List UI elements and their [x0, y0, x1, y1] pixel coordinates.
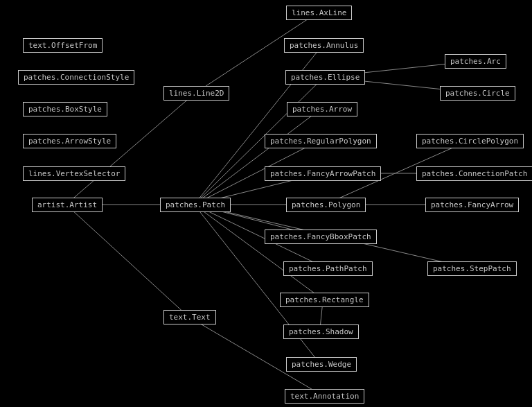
node-annotation: text.Annotation: [285, 389, 364, 404]
svg-line-18: [66, 205, 188, 317]
svg-line-20: [194, 205, 320, 364]
node-boxstyle: patches.BoxStyle: [23, 102, 107, 116]
node-shadow: patches.Shadow: [283, 324, 359, 339]
node-fancybboxpatch: patches.FancyBboxPatch: [265, 230, 377, 244]
node-circlepolygon: patches.CirclePolygon: [416, 134, 524, 148]
svg-line-17: [194, 205, 323, 300]
node-fancyarrowpatch: patches.FancyArrowPatch: [265, 166, 381, 181]
node-arrow: patches.Arrow: [287, 102, 357, 116]
node-connectionpatch: patches.ConnectionPatch: [416, 166, 532, 181]
svg-line-6: [194, 109, 321, 205]
node-annulus: patches.Annulus: [284, 38, 364, 53]
node-fancyarrow: patches.FancyArrow: [425, 198, 519, 212]
node-circle: patches.Circle: [440, 86, 515, 101]
node-polygon: patches.Polygon: [286, 198, 366, 212]
node-ellipse: patches.Ellipse: [285, 70, 365, 85]
node-offsetfrom: text.OffsetFrom: [23, 38, 103, 53]
node-arc: patches.Arc: [445, 54, 506, 69]
node-connstyle: patches.ConnectionStyle: [18, 70, 134, 85]
node-patch: patches.Patch: [160, 198, 231, 212]
node-regularpolygon: patches.RegularPolygon: [265, 134, 377, 148]
node-text: text.Text: [163, 310, 216, 324]
node-pathpatch: patches.PathPatch: [283, 261, 373, 276]
node-rectangle: patches.Rectangle: [280, 293, 369, 307]
node-arrowstyle: patches.ArrowStyle: [23, 134, 116, 148]
node-steppatch: patches.StepPatch: [427, 261, 517, 276]
node-axline: lines.AxLine: [286, 6, 352, 20]
node-vertexselector: lines.VertexSelector: [23, 166, 125, 181]
node-line2d: lines.Line2D: [163, 86, 229, 101]
node-wedge: patches.Wedge: [286, 357, 357, 372]
node-artist: artist.Artist: [32, 198, 103, 212]
